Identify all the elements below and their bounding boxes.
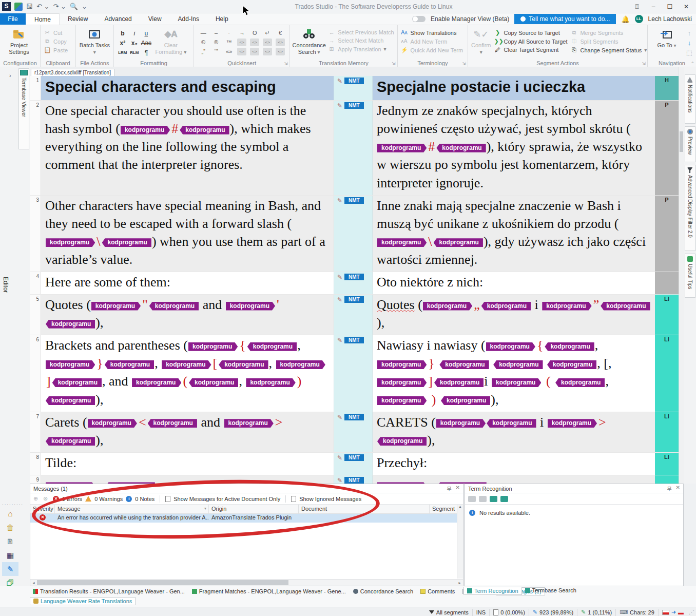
maximize-button[interactable]: ☐ <box>662 2 678 12</box>
subscript-button[interactable]: x₂ <box>129 38 140 48</box>
confirm-button[interactable]: ✎✓ Confirm▾ <box>471 27 491 59</box>
segment-number[interactable]: 2 <box>30 101 41 195</box>
quickinsert-symbol-button[interactable]: «» <box>223 47 235 56</box>
source-cell[interactable]: Special characters and escaping <box>41 76 334 100</box>
manager-view-toggle[interactable] <box>412 16 426 22</box>
target-cell[interactable]: Przechył: <box>373 453 655 475</box>
quickinsert-tag-button[interactable]: <> <box>263 48 272 55</box>
source-cell[interactable]: Other characters have special meaning in… <box>41 196 334 272</box>
term-view-icon[interactable] <box>468 496 476 502</box>
segment-number[interactable]: 9 <box>30 475 41 484</box>
quickinsert-symbol-button[interactable]: – <box>210 29 222 37</box>
scroll-right-icon[interactable]: ▸ <box>456 581 463 585</box>
term-settings-icon[interactable] <box>490 496 497 502</box>
tab-translation-results[interactable]: Translation Results - ENGPOL,Language We… <box>30 588 188 595</box>
segment-status-cell[interactable]: ✎NMT <box>334 453 373 475</box>
pin-icon[interactable]: 무 <box>447 485 451 492</box>
term-sort-icon[interactable] <box>500 496 508 502</box>
ignored-filter-label[interactable]: Show Ignored Messages <box>299 496 361 502</box>
select-segment-button[interactable]: ⬚ <box>686 49 693 56</box>
tab-notifications[interactable]: Notifications <box>685 74 695 124</box>
scroll-left-icon[interactable]: ◂ <box>30 581 37 585</box>
quickinsert-tag-button[interactable]: <> <box>237 48 246 55</box>
ribbon-options-icon[interactable]: ⍐ <box>629 2 645 12</box>
tab-review[interactable]: Review <box>60 13 96 25</box>
resize-grip-icon[interactable]: ⋰ <box>687 609 696 615</box>
term-add-icon[interactable] <box>479 496 487 502</box>
source-cell[interactable]: Brackets and parentheses (kodprogramu{ko… <box>41 335 334 411</box>
quickinsert-symbol-button[interactable]: „” <box>197 47 209 56</box>
quickinsert-symbol-button[interactable]: € <box>274 29 286 37</box>
quickinsert-symbol-button[interactable]: — <box>197 29 209 37</box>
segment-status-cell[interactable]: ✎NMT <box>334 475 373 484</box>
concordance-search-button[interactable]: Concordance Search ▾ <box>293 27 325 59</box>
tab-addins[interactable]: Add-Ins <box>170 13 207 25</box>
project-settings-button[interactable]: Project Settings <box>3 27 35 59</box>
next-segment-button[interactable]: ↓ <box>686 39 693 47</box>
tab-advanced[interactable]: Advanced <box>96 13 140 25</box>
copy-all-source-to-target-button[interactable]: ❯❯Copy All Source to Target <box>494 38 568 45</box>
tab-view[interactable]: View <box>140 13 170 25</box>
segment-status-cell[interactable]: ✎NMT <box>334 412 373 452</box>
undo-icon[interactable]: ↶ ⌄ <box>36 3 49 10</box>
quickinsert-tag-button[interactable]: <> <box>276 38 285 46</box>
target-cell[interactable]: CARETS (kodprogramukodprogramu i kodprog… <box>373 412 655 452</box>
quickinsert-tag-button[interactable]: <> <box>250 38 259 46</box>
errors-count[interactable]: 1 Errors <box>62 496 82 502</box>
merge-segments-button[interactable]: ⧉Merge Segments <box>570 29 647 36</box>
document-tab[interactable]: r12part3.docx.sdlxliff [Translation] <box>31 69 114 76</box>
segment-number[interactable]: 7 <box>30 412 41 452</box>
pilcrow-button[interactable]: ¶ <box>141 48 152 57</box>
nav-reports-button[interactable]: ▦ <box>2 548 18 562</box>
col-severity[interactable]: Severity <box>30 505 55 513</box>
collapse-ribbon-icon[interactable]: ⌃ <box>690 61 694 66</box>
target-cell[interactable]: Oto niektóre z nich: <box>373 272 655 294</box>
tab-preview[interactable]: Preview <box>685 126 695 162</box>
quick-add-term-button[interactable]: ⚡Quick Add New Term <box>401 47 463 53</box>
tab-useful-tips[interactable]: Useful Tips <box>685 254 695 298</box>
tab-file[interactable]: File <box>0 13 26 25</box>
notifications-bell-icon[interactable]: 🔔 <box>621 15 629 23</box>
tm-dialog-launcher-icon[interactable]: ⇲ <box>392 61 396 66</box>
source-cell[interactable]: kodprogramu~kodprogramu, <box>41 475 334 484</box>
strikethrough-button[interactable]: Aʙᴄ <box>141 38 152 48</box>
segment-actions-dialog-launcher-icon[interactable]: ⇲ <box>642 61 646 66</box>
select-next-match-button[interactable]: →Select Next Match <box>328 37 394 44</box>
nav-editor-button[interactable]: ✎ <box>2 562 18 576</box>
segment-status-cell[interactable]: ✎NMT <box>334 295 373 335</box>
nav-translation-memories-button[interactable]: 🗇 <box>2 576 18 590</box>
segment-number[interactable]: 6 <box>30 335 41 411</box>
close-button[interactable]: ✕ <box>679 2 694 12</box>
target-cell[interactable]: Jednym ze znaków specjalnych, których po… <box>373 101 655 195</box>
segment-number[interactable]: 3 <box>30 196 41 272</box>
insert-mode[interactable]: INS <box>472 609 489 616</box>
bold-button[interactable]: b <box>117 29 128 38</box>
segment-status-cell[interactable]: ✎NMT <box>334 272 373 294</box>
show-translations-button[interactable]: 🗛Show Translations <box>401 29 463 36</box>
target-cell[interactable]: kodprogramu~kodprogramu, <box>373 475 655 484</box>
message-row[interactable]: ✕ An error has occurred while using the … <box>30 514 463 523</box>
tab-comments[interactable]: Comments <box>417 588 458 595</box>
source-cell[interactable]: Tilde: <box>41 453 334 475</box>
tab-fragment-matches[interactable]: Fragment Matches - ENGPOL,Language Weave… <box>189 588 349 595</box>
copy-source-to-target-button[interactable]: ❯Copy Source to Target <box>494 29 568 36</box>
scrollbar-thumb[interactable] <box>680 131 683 152</box>
tab-help[interactable]: Help <box>207 13 237 25</box>
batch-tasks-button[interactable]: Batch Tasks ▾ <box>79 27 110 59</box>
quickinsert-symbol-button[interactable]: O <box>248 29 261 37</box>
previous-segment-button[interactable]: ↑ <box>686 29 693 37</box>
tab-advanced-display-filter[interactable]: Advanced Display Filter 2.0 <box>685 165 695 251</box>
expand-panel-icon[interactable]: › <box>9 72 11 79</box>
change-segment-status-button[interactable]: ⎘Change Segment Status ▾ <box>570 47 647 53</box>
quickinsert-symbol-button[interactable]: ↵ <box>261 29 274 37</box>
tab-language-weaver-rate[interactable]: Language Weaver Rate Translations <box>30 597 136 605</box>
source-cell[interactable]: One special character you should use oft… <box>41 101 334 195</box>
source-cell[interactable]: Here are some of them: <box>41 272 334 294</box>
add-new-term-button[interactable]: 🗚Add New Term <box>401 38 463 45</box>
target-cell[interactable]: Inne znaki mają specjalne znaczenie w Ba… <box>373 196 655 272</box>
copy-button[interactable]: ⧉Copy <box>44 38 68 45</box>
quickinsert-symbol-button[interactable]: © <box>197 38 209 47</box>
quickinsert-tag-button[interactable]: <> <box>237 38 246 46</box>
quickinsert-symbol-button[interactable]: “” <box>210 47 222 56</box>
target-cell[interactable]: Nawiasy i nawiasy (kodprogramu{kodprogra… <box>373 335 655 411</box>
